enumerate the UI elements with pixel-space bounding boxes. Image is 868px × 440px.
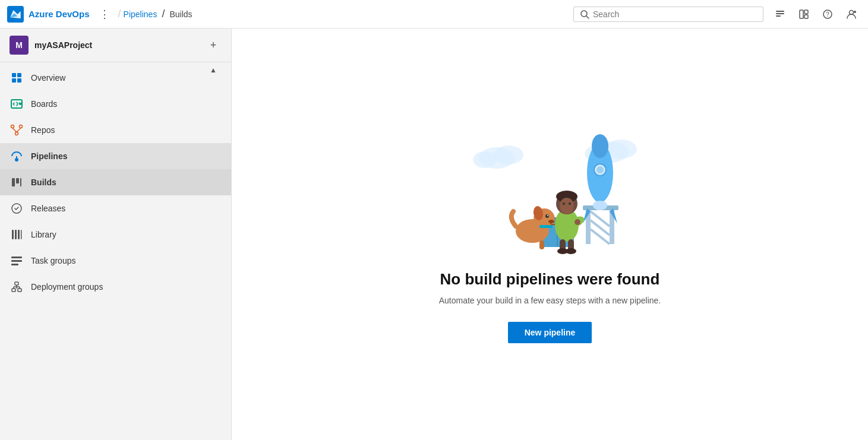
svg-point-21 <box>15 132 18 135</box>
more-options-btn[interactable]: ⋮ <box>99 8 111 21</box>
sidebar-item-pipelines[interactable]: Pipelines <box>0 143 231 169</box>
pipelines-icon <box>10 149 24 163</box>
svg-rect-13 <box>12 73 16 77</box>
svg-text:?: ? <box>826 11 829 18</box>
builds-icon <box>10 175 24 189</box>
boards-icon <box>10 97 24 111</box>
search-box[interactable] <box>573 7 763 22</box>
svg-rect-35 <box>11 260 22 262</box>
svg-line-22 <box>12 128 17 132</box>
breadcrumb-sep-2: / <box>162 8 165 20</box>
breadcrumb-sep-1: / <box>118 8 121 20</box>
sidebar-item-pipelines-label: Pipelines <box>31 151 67 161</box>
add-project-button[interactable]: + <box>205 37 222 53</box>
releases-icon <box>10 201 24 216</box>
svg-rect-30 <box>12 230 14 239</box>
sidebar: M myASAProject + ▲ Overview <box>0 29 232 440</box>
sidebar-item-builds[interactable]: Builds <box>0 169 231 195</box>
svg-rect-73 <box>539 240 544 249</box>
sidebar-item-library-label: Library <box>31 230 56 239</box>
empty-state-title: No build pipelines were found <box>440 270 660 289</box>
topbar-icons: ? <box>771 5 861 24</box>
search-input[interactable] <box>593 10 757 19</box>
svg-rect-16 <box>17 78 21 83</box>
main-layout: M myASAProject + ▲ Overview <box>0 29 868 440</box>
repos-icon <box>10 123 24 137</box>
svg-point-84 <box>566 248 576 254</box>
content-area: No build pipelines were found Automate y… <box>232 29 868 440</box>
svg-rect-15 <box>12 78 16 83</box>
svg-rect-39 <box>15 282 18 285</box>
svg-rect-27 <box>16 178 19 183</box>
app-logo[interactable]: Azure DevOps <box>7 6 90 23</box>
avatar: M <box>10 36 29 55</box>
marketplace-icon[interactable] <box>794 5 813 24</box>
svg-point-79 <box>569 202 571 205</box>
svg-point-24 <box>15 158 18 162</box>
svg-rect-37 <box>12 289 15 292</box>
svg-rect-31 <box>15 230 17 239</box>
svg-point-70 <box>547 215 548 216</box>
user-settings-icon[interactable] <box>842 5 861 24</box>
sidebar-item-releases[interactable]: Releases <box>0 195 231 221</box>
sidebar-item-overview-label: Overview <box>31 73 65 83</box>
sidebar-item-repos-label: Repos <box>31 125 55 135</box>
svg-rect-36 <box>11 264 18 265</box>
svg-rect-4 <box>776 13 784 14</box>
sidebar-item-builds-label: Builds <box>31 178 56 187</box>
notifications-icon[interactable] <box>771 5 790 24</box>
project-name: myASAProject <box>34 40 205 50</box>
svg-point-59 <box>596 166 604 173</box>
sidebar-item-boards[interactable]: Boards <box>0 91 231 117</box>
svg-point-69 <box>545 214 549 218</box>
svg-rect-6 <box>800 10 803 18</box>
sidebar-item-taskgroups[interactable]: Task groups <box>0 248 231 274</box>
svg-point-77 <box>560 198 574 214</box>
new-pipeline-button[interactable]: New pipeline <box>508 322 592 343</box>
sidebar-collapse-button[interactable]: ▲ <box>205 62 222 78</box>
sidebar-item-overview[interactable]: Overview <box>0 65 231 91</box>
svg-rect-7 <box>804 10 808 14</box>
svg-rect-72 <box>539 225 553 228</box>
svg-point-19 <box>11 125 14 128</box>
empty-state-subtitle: Automate your build in a few easy steps … <box>439 296 661 305</box>
help-icon[interactable]: ? <box>818 5 837 24</box>
svg-point-80 <box>575 219 580 225</box>
app-logo-text: Azure DevOps <box>29 9 90 19</box>
svg-point-45 <box>494 145 523 164</box>
svg-rect-38 <box>18 289 21 292</box>
sidebar-item-repos[interactable]: Repos <box>0 117 231 143</box>
svg-point-78 <box>563 202 565 205</box>
svg-point-71 <box>548 220 554 223</box>
breadcrumb: Pipelines / Builds <box>124 8 192 20</box>
svg-point-46 <box>473 151 497 168</box>
svg-rect-26 <box>12 178 15 186</box>
svg-rect-34 <box>11 257 22 258</box>
taskgroups-icon <box>10 254 24 268</box>
svg-point-62 <box>593 201 607 210</box>
sidebar-item-deployment-label: Deployment groups <box>31 282 103 292</box>
sidebar-item-library[interactable]: Library <box>0 221 231 248</box>
svg-point-12 <box>854 11 856 13</box>
svg-rect-14 <box>17 73 21 77</box>
svg-rect-8 <box>804 15 808 18</box>
deployment-icon <box>10 280 24 294</box>
empty-state-illustration <box>449 125 651 256</box>
svg-point-20 <box>20 125 23 128</box>
svg-line-23 <box>17 128 21 132</box>
overview-icon <box>10 71 24 85</box>
svg-line-2 <box>586 16 589 18</box>
svg-rect-5 <box>776 15 781 17</box>
breadcrumb-pipelines[interactable]: Pipelines <box>124 10 157 19</box>
sidebar-item-deployment[interactable]: Deployment groups <box>0 274 231 300</box>
breadcrumb-builds: Builds <box>169 10 192 19</box>
svg-rect-3 <box>776 11 784 12</box>
sidebar-item-releases-label: Releases <box>31 204 65 213</box>
svg-rect-32 <box>18 230 20 239</box>
sidebar-nav: Overview Boards <box>0 62 231 440</box>
sidebar-item-boards-label: Boards <box>31 99 57 109</box>
svg-rect-28 <box>20 178 21 186</box>
library-icon <box>10 227 24 242</box>
svg-point-57 <box>592 134 608 158</box>
sidebar-header: M myASAProject + <box>0 29 231 62</box>
